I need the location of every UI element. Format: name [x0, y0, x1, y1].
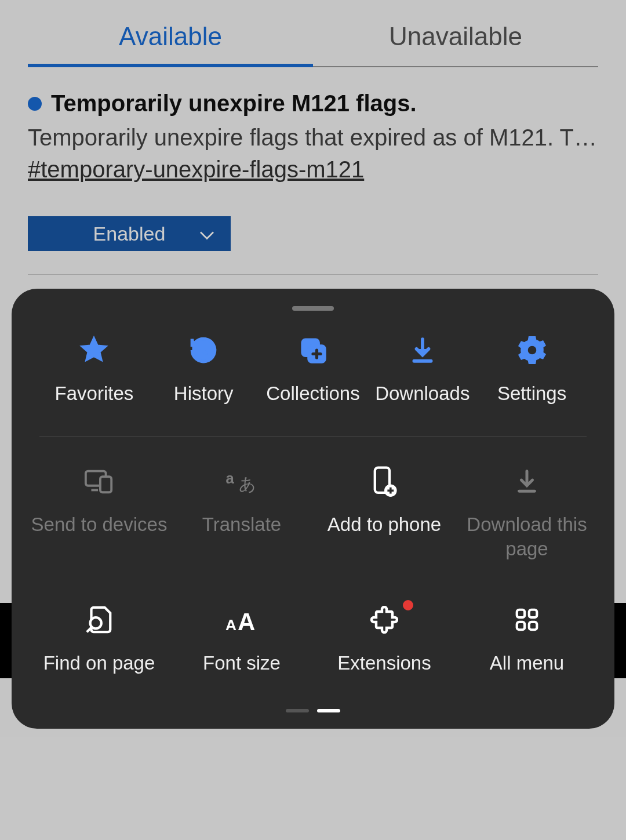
svg-rect-3 [100, 477, 111, 493]
add-phone-icon [368, 465, 401, 497]
star-icon [78, 334, 110, 366]
page-dot[interactable] [286, 709, 309, 712]
menu-font-size[interactable]: AA Font size [170, 603, 313, 675]
grid-icon [511, 603, 543, 636]
menu-label: Find on page [43, 651, 155, 675]
menu-settings[interactable]: Settings [477, 334, 587, 405]
overflow-menu-sheet: Favorites History Collections Downloads … [12, 289, 614, 729]
menu-add-to-phone[interactable]: Add to phone [313, 465, 456, 561]
menu-label: Add to phone [327, 512, 441, 536]
notification-badge-icon [403, 600, 413, 610]
menu-favorites[interactable]: Favorites [39, 334, 149, 405]
menu-label: Translate [202, 512, 281, 536]
menu-label: Collections [266, 381, 359, 405]
svg-rect-14 [529, 622, 537, 630]
devices-icon [83, 465, 115, 497]
menu-translate: aあ Translate [170, 465, 313, 561]
svg-rect-13 [517, 622, 525, 630]
menu-collections[interactable]: Collections [259, 334, 368, 405]
page-dot-active[interactable] [317, 709, 340, 712]
menu-history[interactable]: History [149, 334, 259, 405]
menu-find-on-page[interactable]: Find on page [28, 603, 170, 675]
find-icon [83, 603, 115, 636]
menu-row-2: Send to devices aあ Translate Add to phon… [28, 437, 598, 581]
svg-point-8 [90, 617, 101, 628]
menu-downloads[interactable]: Downloads [367, 334, 477, 405]
menu-label: Favorites [55, 381, 134, 405]
menu-label: Send to devices [31, 512, 168, 536]
puzzle-icon [368, 603, 401, 636]
page-indicator [12, 709, 614, 712]
svg-text:あ: あ [239, 474, 256, 493]
menu-label: History [174, 381, 234, 405]
download-icon [406, 334, 439, 366]
menu-label: Extensions [337, 651, 431, 675]
svg-rect-11 [517, 610, 525, 617]
menu-extensions[interactable]: Extensions [313, 603, 456, 675]
history-icon [187, 334, 220, 366]
drag-handle[interactable] [292, 306, 334, 311]
menu-row-3: Find on page AA Font size Extensions All… [28, 581, 598, 696]
menu-label: All menu [490, 651, 564, 675]
menu-all-menu[interactable]: All menu [456, 603, 598, 675]
menu-send-to-devices: Send to devices [28, 465, 170, 561]
menu-label: Download this page [456, 512, 598, 561]
menu-row-top: Favorites History Collections Downloads … [39, 328, 587, 437]
menu-label: Downloads [375, 381, 470, 405]
menu-label: Settings [497, 381, 566, 405]
svg-text:A: A [238, 608, 255, 632]
menu-label: Font size [203, 651, 281, 675]
svg-text:A: A [225, 616, 236, 632]
svg-text:a: a [226, 470, 235, 486]
gear-icon [516, 334, 548, 366]
translate-icon: aあ [225, 465, 258, 497]
download-page-icon [511, 465, 543, 497]
svg-rect-12 [529, 610, 537, 617]
collections-icon [297, 334, 329, 366]
font-size-icon: AA [225, 603, 258, 636]
menu-download-page: Download this page [456, 465, 598, 561]
